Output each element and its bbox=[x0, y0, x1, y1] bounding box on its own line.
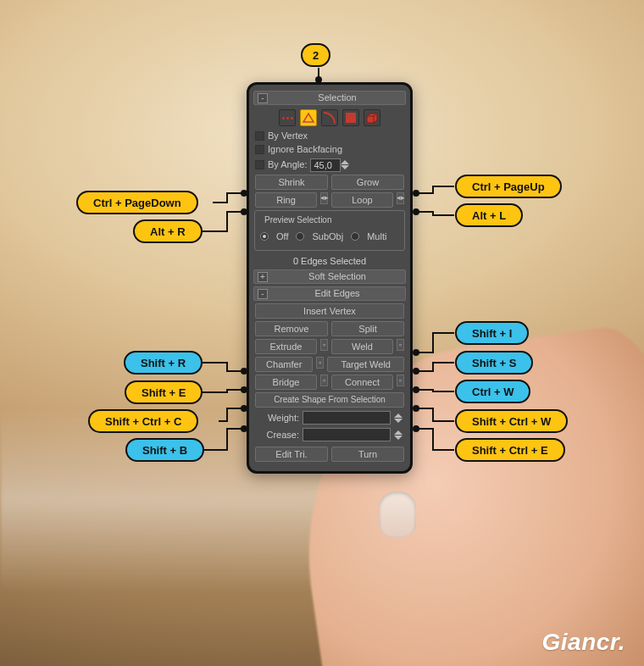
chamfer-options[interactable]: ▫ bbox=[316, 357, 324, 369]
callout-left-0: Ctrl + PageDown bbox=[76, 191, 198, 214]
crease-input[interactable] bbox=[303, 428, 391, 441]
preview-off-label: Off bbox=[276, 231, 288, 242]
preview-selection-group: Preview Selection Off SubObj Multi bbox=[254, 210, 405, 251]
spinner-down-icon[interactable] bbox=[394, 436, 402, 440]
rollout-title: Selection bbox=[273, 92, 402, 103]
crease-label: Crease: bbox=[257, 430, 299, 441]
poly-icon bbox=[346, 113, 356, 123]
expand-icon[interactable]: + bbox=[258, 272, 268, 282]
edit-edges-title: Edit Edges bbox=[273, 288, 402, 299]
by-angle-label: By Angle: bbox=[268, 159, 307, 170]
create-shape-button[interactable]: Create Shape From Selection bbox=[255, 392, 404, 408]
by-angle-row: By Angle: bbox=[255, 158, 404, 172]
callout-right-0: Ctrl + PageUp bbox=[455, 175, 562, 198]
mode-vertex[interactable] bbox=[279, 109, 296, 126]
by-vertex-checkbox[interactable] bbox=[255, 131, 264, 141]
brand-watermark: Giancr. bbox=[542, 630, 625, 654]
by-angle-spinner[interactable] bbox=[310, 158, 349, 172]
connect-options[interactable]: ▫ bbox=[397, 375, 404, 386]
spinner-down-icon[interactable] bbox=[341, 165, 349, 169]
ring-options[interactable]: ◂▸ bbox=[320, 192, 328, 204]
ring-button[interactable]: Ring bbox=[255, 192, 317, 208]
callout-left-3: Shift + E bbox=[125, 380, 203, 404]
by-angle-input[interactable] bbox=[310, 158, 341, 172]
extrude-options[interactable]: ▫ bbox=[320, 339, 328, 351]
soft-selection-title: Soft Selection bbox=[273, 271, 402, 282]
callout-top: 2 bbox=[301, 43, 330, 67]
element-icon bbox=[365, 112, 379, 124]
preview-multi-radio[interactable] bbox=[351, 232, 359, 241]
by-angle-checkbox[interactable] bbox=[255, 160, 264, 169]
weld-options[interactable]: ▫ bbox=[397, 339, 404, 351]
callout-left-5: Shift + B bbox=[125, 438, 204, 462]
collapse-icon[interactable]: - bbox=[258, 289, 268, 299]
ignore-backfacing-label: Ignore Backfacing bbox=[268, 144, 342, 155]
subobject-modes bbox=[253, 109, 406, 126]
weight-label: Weight: bbox=[257, 413, 299, 424]
rollout-edit-edges[interactable]: - Edit Edges bbox=[253, 286, 406, 301]
extrude-button[interactable]: Extrude bbox=[255, 339, 317, 354]
callout-left-4: Shift + Ctrl + C bbox=[88, 409, 198, 433]
bridge-button[interactable]: Bridge bbox=[255, 375, 317, 390]
mode-edge[interactable] bbox=[300, 109, 317, 126]
insert-vertex-button[interactable]: Insert Vertex bbox=[255, 303, 404, 319]
chamfer-button[interactable]: Chamfer bbox=[255, 357, 313, 372]
mode-element[interactable] bbox=[364, 109, 380, 126]
turn-button[interactable]: Turn bbox=[331, 447, 404, 462]
border-icon bbox=[324, 112, 336, 124]
preview-subobj-radio[interactable] bbox=[296, 232, 304, 241]
vertex-icon bbox=[282, 117, 293, 119]
spinner-up-icon[interactable] bbox=[394, 413, 402, 418]
shrink-button[interactable]: Shrink bbox=[255, 175, 328, 190]
grow-button[interactable]: Grow bbox=[331, 175, 404, 190]
target-weld-button[interactable]: Target Weld bbox=[327, 357, 404, 372]
split-button[interactable]: Split bbox=[331, 321, 404, 336]
bridge-options[interactable]: ▫ bbox=[320, 375, 328, 386]
spinner-up-icon[interactable] bbox=[341, 160, 349, 164]
by-vertex-row: By Vertex bbox=[255, 130, 404, 142]
weld-button[interactable]: Weld bbox=[331, 339, 393, 354]
loop-options[interactable]: ◂▸ bbox=[397, 192, 404, 204]
callout-left-2: Shift + R bbox=[124, 351, 203, 375]
modifier-panel: - Selection By Vertex Ignore Backfacing bbox=[247, 82, 413, 474]
edge-icon bbox=[302, 112, 315, 124]
callout-right-5: Shift + Ctrl + W bbox=[455, 409, 568, 433]
callout-right-3: Shift + S bbox=[455, 351, 533, 375]
callout-left-1: Alt + R bbox=[133, 219, 203, 243]
preview-title: Preview Selection bbox=[262, 215, 334, 225]
callout-right-6: Shift + Ctrl + E bbox=[455, 438, 565, 462]
svg-point-7 bbox=[414, 191, 419, 196]
by-vertex-label: By Vertex bbox=[268, 130, 308, 142]
loop-button[interactable]: Loop bbox=[331, 192, 393, 208]
collapse-icon[interactable]: - bbox=[258, 93, 268, 103]
edit-tri-button[interactable]: Edit Tri. bbox=[255, 447, 328, 462]
spinner-up-icon[interactable] bbox=[394, 430, 402, 435]
svg-point-9 bbox=[414, 350, 419, 355]
ignore-backfacing-row: Ignore Backfacing bbox=[255, 144, 404, 155]
callout-right-1: Alt + L bbox=[455, 203, 523, 227]
svg-point-8 bbox=[414, 209, 419, 214]
thumbnail-nail bbox=[379, 491, 416, 537]
rollout-soft-selection[interactable]: + Soft Selection bbox=[253, 269, 406, 284]
weight-input[interactable] bbox=[303, 411, 391, 425]
rollout-selection[interactable]: - Selection bbox=[253, 91, 406, 105]
status-text: 0 Edges Selected bbox=[253, 256, 406, 267]
remove-button[interactable]: Remove bbox=[255, 321, 328, 336]
preview-off-radio[interactable] bbox=[260, 232, 269, 241]
mode-border[interactable] bbox=[321, 109, 338, 126]
ignore-backfacing-checkbox[interactable] bbox=[255, 145, 264, 154]
preview-subobj-label: SubObj bbox=[312, 231, 343, 242]
mode-poly[interactable] bbox=[342, 109, 359, 126]
callout-right-2: Shift + I bbox=[455, 321, 529, 345]
connect-button[interactable]: Connect bbox=[331, 375, 393, 390]
spinner-down-icon[interactable] bbox=[394, 419, 402, 423]
preview-multi-label: Multi bbox=[367, 231, 386, 242]
callout-right-4: Ctrl + W bbox=[455, 380, 530, 403]
